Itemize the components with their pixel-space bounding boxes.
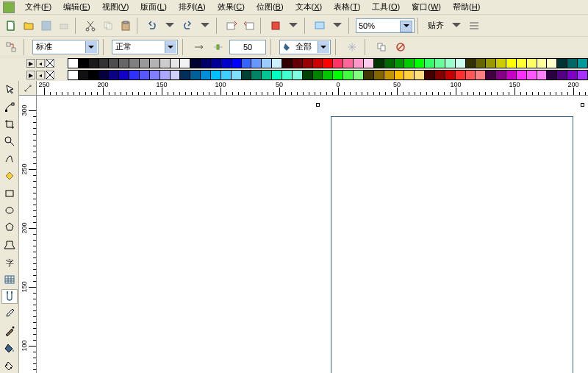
- color-swatch[interactable]: [465, 70, 476, 80]
- color-swatch[interactable]: [455, 70, 466, 80]
- welcome-dropdown[interactable]: [329, 18, 345, 34]
- color-swatch[interactable]: [190, 58, 201, 68]
- color-swatch[interactable]: [190, 70, 201, 80]
- horizontal-ruler[interactable]: 25020015010050050100150200: [37, 81, 588, 96]
- color-swatch[interactable]: [373, 58, 384, 68]
- color-swatch[interactable]: [495, 58, 506, 68]
- palette-play-icon[interactable]: ▶: [26, 59, 35, 68]
- menu-工具[interactable]: 工具(O): [366, 1, 406, 13]
- color-swatch[interactable]: [282, 70, 293, 80]
- color-swatch[interactable]: [159, 58, 171, 68]
- smart-fill-tool[interactable]: [1, 168, 18, 183]
- color-swatch[interactable]: [567, 70, 578, 80]
- color-swatch[interactable]: [485, 58, 496, 68]
- no-fill-button[interactable]: [392, 39, 409, 55]
- color-swatch[interactable]: [414, 58, 425, 68]
- color-swatch[interactable]: [322, 70, 333, 80]
- open-button[interactable]: [21, 18, 37, 34]
- interactive-tool[interactable]: [1, 289, 18, 304]
- color-swatch[interactable]: [404, 58, 415, 68]
- color-swatch[interactable]: [516, 58, 527, 68]
- color-swatch[interactable]: [537, 58, 548, 68]
- color-swatch[interactable]: [332, 58, 343, 68]
- fill-tool[interactable]: [1, 341, 18, 355]
- menu-文本[interactable]: 文本(X): [290, 1, 329, 13]
- palette2-none-icon[interactable]: [46, 71, 54, 79]
- copy-props-button[interactable]: [373, 39, 390, 55]
- color-swatch[interactable]: [394, 58, 405, 68]
- app-launcher-button[interactable]: [268, 18, 284, 34]
- color-swatch[interactable]: [312, 58, 323, 68]
- drawing-canvas[interactable]: [37, 96, 588, 373]
- color-swatch[interactable]: [445, 58, 456, 68]
- color-swatch[interactable]: [149, 58, 160, 68]
- print-button[interactable]: [56, 18, 72, 34]
- copy-button[interactable]: [100, 18, 116, 34]
- ruler-origin[interactable]: [19, 81, 37, 96]
- selection-handle[interactable]: [316, 103, 320, 107]
- redo-button[interactable]: [179, 18, 196, 34]
- color-swatch[interactable]: [231, 58, 242, 68]
- paste-button[interactable]: [118, 18, 134, 34]
- color-swatch[interactable]: [434, 58, 445, 68]
- mode-select[interactable]: 正常: [112, 40, 178, 54]
- snap-icon[interactable]: [344, 39, 360, 55]
- color-swatch[interactable]: [302, 70, 313, 80]
- color-swatch[interactable]: [373, 70, 384, 80]
- color-swatch[interactable]: [537, 70, 548, 80]
- ellipse-tool[interactable]: [1, 203, 18, 218]
- menu-表格[interactable]: 表格(T): [328, 1, 366, 13]
- color-swatch[interactable]: [465, 58, 476, 68]
- color-swatch[interactable]: [394, 70, 405, 80]
- color-swatch[interactable]: [241, 70, 252, 80]
- save-button[interactable]: [38, 18, 54, 34]
- cut-button[interactable]: [82, 18, 98, 34]
- color-swatch[interactable]: [179, 58, 190, 68]
- color-swatch[interactable]: [495, 70, 506, 80]
- polygon-tool[interactable]: [1, 220, 18, 235]
- color-swatch[interactable]: [68, 70, 79, 80]
- color-swatch[interactable]: [292, 58, 303, 68]
- menu-排列[interactable]: 排列(A): [173, 1, 212, 13]
- color-swatch[interactable]: [363, 70, 374, 80]
- color-swatch[interactable]: [210, 58, 221, 68]
- color-swatch[interactable]: [68, 58, 79, 68]
- color-swatch[interactable]: [556, 58, 567, 68]
- freehand-tool[interactable]: [1, 152, 18, 166]
- menu-编辑[interactable]: 编辑(E): [57, 1, 96, 13]
- palette2-play-icon[interactable]: ▶: [26, 71, 35, 79]
- color-swatch[interactable]: [170, 70, 181, 80]
- new-button[interactable]: [3, 18, 19, 34]
- vertical-ruler[interactable]: 300250200150100: [19, 96, 37, 373]
- color-swatch[interactable]: [139, 58, 150, 68]
- color-swatch[interactable]: [384, 58, 395, 68]
- color-swatch[interactable]: [353, 70, 364, 80]
- color-swatch[interactable]: [353, 58, 364, 68]
- stroke-width-input[interactable]: 50: [229, 40, 266, 54]
- menu-位图[interactable]: 位图(B): [251, 1, 290, 13]
- color-swatch[interactable]: [516, 70, 527, 80]
- color-swatch[interactable]: [271, 58, 282, 68]
- color-swatch[interactable]: [506, 58, 517, 68]
- eyedropper-tool[interactable]: [1, 306, 18, 321]
- color-swatch[interactable]: [424, 58, 435, 68]
- color-swatch[interactable]: [88, 58, 99, 68]
- welcome-button[interactable]: [312, 18, 328, 34]
- text-tool[interactable]: 字: [1, 255, 18, 269]
- color-swatch[interactable]: [475, 70, 486, 80]
- color-swatch[interactable]: [220, 70, 232, 80]
- color-swatch[interactable]: [292, 70, 303, 80]
- color-swatch[interactable]: [78, 58, 89, 68]
- color-swatch[interactable]: [231, 70, 242, 80]
- color-swatch[interactable]: [384, 70, 395, 80]
- color-swatch[interactable]: [129, 70, 140, 80]
- color-swatch[interactable]: [118, 58, 129, 68]
- color-swatch[interactable]: [108, 70, 119, 80]
- color-swatch[interactable]: [332, 70, 343, 80]
- color-swatch[interactable]: [261, 70, 272, 80]
- outline-tool[interactable]: [1, 324, 18, 338]
- palette-prev-icon[interactable]: ◂: [36, 59, 45, 68]
- color-swatch[interactable]: [271, 70, 282, 80]
- redo-dropdown[interactable]: [197, 18, 213, 34]
- color-swatch[interactable]: [241, 58, 252, 68]
